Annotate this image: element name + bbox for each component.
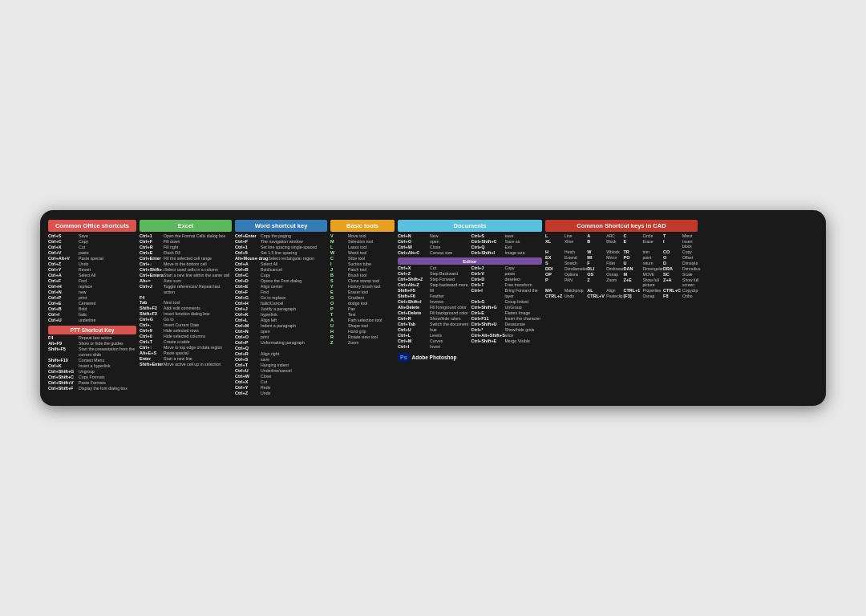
list-item: Ctrl+CCopy bbox=[235, 273, 327, 278]
list-item: Ctrl+RFill right bbox=[140, 245, 232, 250]
list-item: APath selection tool bbox=[330, 318, 395, 323]
cad-section: Common Shortcut keys in CAD LLine AARC C… bbox=[545, 220, 698, 396]
list-item: Ctrl+CCopy bbox=[48, 239, 136, 245]
list-item: Ctrl+↓Move to the bottom cell bbox=[140, 261, 232, 267]
list-item: Ctrl+5Set 1.5 line spacing bbox=[235, 250, 327, 256]
list-item: Ctrl+LLevels bbox=[398, 333, 469, 338]
list-item: Ctrl+*Show/hide grids bbox=[471, 327, 543, 333]
documents-shortcuts2: Ctrl+Ssave Ctrl+Shift+CSave as Ctrl+QExi… bbox=[471, 233, 543, 256]
list-item: Shift+F2Add/ edit comments bbox=[140, 306, 232, 311]
list-item: Ctrl+Khyperlink bbox=[235, 312, 327, 318]
list-item: Ctrl+↑Move to top edge of data region bbox=[140, 345, 232, 351]
list-item: DDIDimdiameter bbox=[545, 266, 587, 271]
list-item: Ctrl+1Open the Format Cells dialog box bbox=[140, 233, 232, 239]
list-item: Ctrl+JToggle references/ Repeat last act… bbox=[140, 284, 232, 294]
list-item: Ctrl+JJustify a paragraph bbox=[235, 306, 327, 312]
list-item: ZZoom bbox=[587, 278, 623, 287]
list-item: Ctrl+.Insert Current Date bbox=[140, 322, 232, 328]
list-item: Ctrl+EnteraStart a new line within the s… bbox=[140, 273, 232, 278]
list-item: Alt+F9Show or hide the guides bbox=[48, 341, 136, 346]
list-item: Ctrl+IBring Forward the layer bbox=[471, 288, 543, 298]
list-item: Ctrl+FThe navigation window bbox=[235, 239, 327, 245]
word-section: Word shortcut key Ctrl+EnterCopy the pag… bbox=[235, 220, 327, 396]
list-item: Ctrl+Alt+ZStep backward more bbox=[398, 282, 469, 288]
list-item: Shift+F6Feather bbox=[398, 294, 469, 299]
list-item: Ureturn bbox=[623, 261, 663, 265]
mousepad: Common Office shortcuts Ctrl+SSave Ctrl+… bbox=[40, 210, 826, 406]
list-item: Ctrl+Shift+UDesaturate bbox=[471, 322, 543, 327]
list-item: DRADimradius bbox=[663, 266, 701, 271]
list-item: Ctrl+EFlash Fill bbox=[140, 250, 232, 256]
documents-section: Documents Ctrl+NNew Ctrl+Oopen Ctrl+WClo… bbox=[398, 220, 542, 396]
list-item: MSelection tool bbox=[330, 239, 395, 245]
list-item: YHistory brush tool bbox=[330, 284, 395, 290]
list-item: BBrush tool bbox=[330, 273, 395, 278]
list-item: EXExtend bbox=[545, 255, 587, 260]
list-item: Ctrl+FFind bbox=[235, 290, 327, 295]
list-item: Ctrl+THanging indent bbox=[235, 363, 327, 368]
list-item: Z+EShow full picture bbox=[623, 278, 663, 287]
list-item: TRtrim bbox=[623, 249, 663, 254]
list-item: Ctrl+Shift+GUnGroup bbox=[471, 305, 543, 310]
list-item: LLine bbox=[545, 233, 587, 238]
list-item: FFillet bbox=[587, 261, 623, 265]
list-item: Ctrl+FFind bbox=[48, 278, 136, 284]
ptt-header: PTT Shortcut Key bbox=[48, 326, 136, 334]
editor-shortcuts-left: Ctrl+XCut Ctrl+ZStep Backward Ctrl+Shift… bbox=[398, 265, 469, 350]
list-item: Ctrl+Ssave bbox=[235, 357, 327, 363]
list-item: Ctrl+RAlign right bbox=[235, 351, 327, 357]
photoshop-label: Adobe Photoshop bbox=[412, 355, 457, 360]
list-item: EEraser tool bbox=[330, 290, 395, 295]
list-item: EnterStart a new line bbox=[140, 356, 232, 362]
list-item: Alt+Mouse dragSelect rectangular region bbox=[235, 256, 327, 261]
list-item: Ctrl+MIndent a paragraph bbox=[235, 323, 327, 329]
list-item: Shift+F5fill bbox=[398, 288, 469, 294]
list-item: Ctrl+Shift+ZStep Forward bbox=[398, 277, 469, 282]
list-item: POpoint bbox=[623, 255, 663, 260]
list-item: Ctrl+Shift+CCopy Formats bbox=[48, 375, 136, 380]
list-item: ZZoom bbox=[330, 340, 395, 346]
list-item: Ctrl+Alt+Shift+Sslice bbox=[471, 333, 543, 338]
list-item: HHand grip bbox=[330, 329, 395, 334]
list-item: RRotate view tool bbox=[330, 334, 395, 340]
cad-header: Common Shortcut keys in CAD bbox=[545, 220, 698, 232]
list-item: Ctrl+EnterFill the selected cell range bbox=[140, 256, 232, 261]
list-item: Shift+F3Insert function dialog box bbox=[140, 311, 232, 317]
list-item: Ctrl+1Set line spacing single-spaced bbox=[235, 245, 327, 250]
editor-header: Editor bbox=[398, 257, 542, 265]
list-item: Ctrl+EnterCopy the paging bbox=[235, 233, 327, 239]
list-item: TabNext tool bbox=[140, 300, 232, 306]
list-item: Ctrl+Shift+IInverse bbox=[398, 299, 469, 305]
list-item: Ctrl+WClose bbox=[235, 374, 327, 379]
list-item: Ctrl+Pprint bbox=[48, 295, 136, 301]
list-item: Ctrl+Q bbox=[235, 346, 327, 351]
office-header: Common Office shortcuts bbox=[48, 220, 136, 232]
list-item: Shift+F10Context Menu bbox=[48, 358, 136, 363]
photoshop-row: Ps Adobe Photoshop bbox=[398, 353, 542, 362]
list-item: Ctrl+SSave bbox=[48, 233, 136, 239]
list-item: COCopy bbox=[663, 249, 701, 254]
list-item: Alt+E+SPaste special bbox=[140, 351, 232, 356]
list-item: ISuction tube bbox=[330, 261, 395, 267]
list-item: Ctrl+DeleteFill background color bbox=[398, 310, 469, 316]
documents-shortcuts: Ctrl+NNew Ctrl+Oopen Ctrl+WClose Ctrl+Al… bbox=[398, 233, 469, 256]
list-item: Ctrl+TFree transform bbox=[471, 282, 543, 288]
list-item: Ctrl+Uunderline bbox=[48, 318, 136, 323]
basic-header: Basic tools bbox=[330, 220, 395, 232]
list-item: CTRL+CCopyclip bbox=[663, 288, 701, 293]
list-item: Ctrl+Oopen bbox=[398, 239, 469, 245]
list-item: SStretch bbox=[545, 261, 587, 265]
list-item: HHatch bbox=[545, 249, 587, 254]
word-shortcuts: Ctrl+EnterCopy the paging Ctrl+FThe navi… bbox=[235, 233, 327, 396]
list-item: F4 bbox=[140, 295, 232, 300]
list-item: Ctrl+Oprint bbox=[235, 334, 327, 340]
list-item: Ctrl+XCut bbox=[48, 245, 136, 250]
list-item: MAMatchprop bbox=[545, 288, 587, 293]
list-item: VMove tool bbox=[330, 233, 395, 239]
list-item: Ctrl+ZStep Backward bbox=[398, 271, 469, 277]
list-item: Ctrl+ASelect All bbox=[48, 273, 136, 278]
list-item: Alt+DeleteFill foreground color bbox=[398, 305, 469, 310]
documents-header: Documents bbox=[398, 220, 542, 232]
list-item: Shift+F5Start the presentation from the … bbox=[48, 346, 136, 357]
list-item: OSOsnap bbox=[587, 272, 623, 277]
